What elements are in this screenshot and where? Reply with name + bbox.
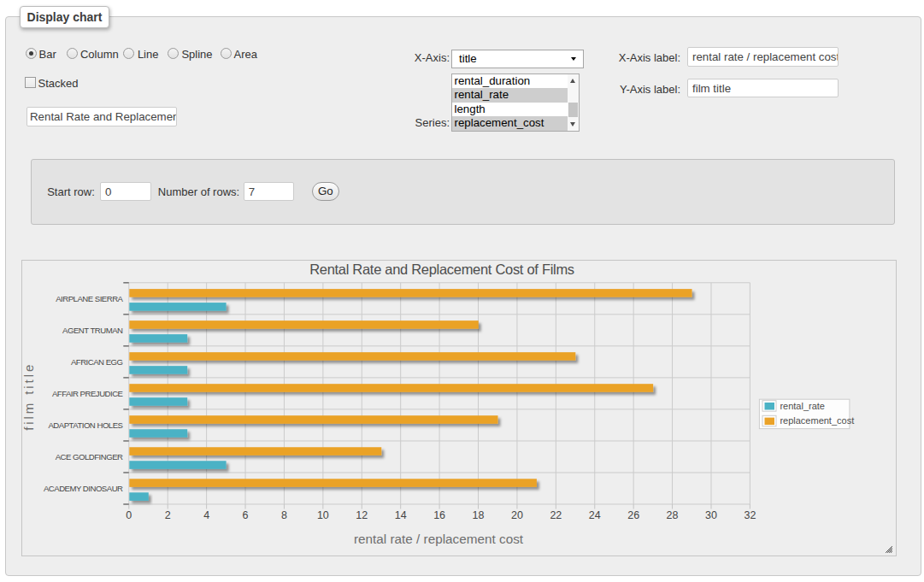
svg-text:28: 28 xyxy=(667,509,679,521)
svg-text:AFRICAN EGG: AFRICAN EGG xyxy=(71,357,123,367)
svg-text:2: 2 xyxy=(165,509,171,521)
svg-text:AGENT TRUMAN: AGENT TRUMAN xyxy=(62,326,123,335)
svg-text:18: 18 xyxy=(473,509,485,521)
svg-text:16: 16 xyxy=(433,509,445,521)
svg-text:4: 4 xyxy=(203,509,209,521)
svg-text:ADAPTATION HOLES: ADAPTATION HOLES xyxy=(48,420,122,430)
svg-text:10: 10 xyxy=(317,509,329,521)
svg-text:ACE GOLDFINGER: ACE GOLDFINGER xyxy=(56,452,123,461)
svg-text:26: 26 xyxy=(627,509,639,521)
svg-text:rental rate / replacement cost: rental rate / replacement cost xyxy=(354,532,524,546)
svg-text:22: 22 xyxy=(550,509,562,521)
svg-text:24: 24 xyxy=(589,509,601,521)
svg-text:6: 6 xyxy=(243,509,249,521)
svg-text:AIRPLANE SIERRA: AIRPLANE SIERRA xyxy=(56,294,123,303)
svg-text:8: 8 xyxy=(281,509,287,521)
svg-text:replacement_cost: replacement_cost xyxy=(780,415,854,426)
svg-text:film title: film title xyxy=(21,362,36,431)
svg-text:20: 20 xyxy=(511,509,523,521)
svg-text:ACADEMY DINOSAUR: ACADEMY DINOSAUR xyxy=(44,484,123,493)
svg-text:32: 32 xyxy=(744,509,756,521)
svg-text:0: 0 xyxy=(126,509,132,521)
svg-text:AFFAIR PREJUDICE: AFFAIR PREJUDICE xyxy=(52,389,123,398)
svg-text:30: 30 xyxy=(705,509,717,521)
svg-text:14: 14 xyxy=(395,509,407,521)
svg-text:rental_rate: rental_rate xyxy=(780,401,825,411)
svg-text:12: 12 xyxy=(356,509,368,521)
svg-text:Rental Rate and Replacement Co: Rental Rate and Replacement Cost of Film… xyxy=(309,262,574,277)
